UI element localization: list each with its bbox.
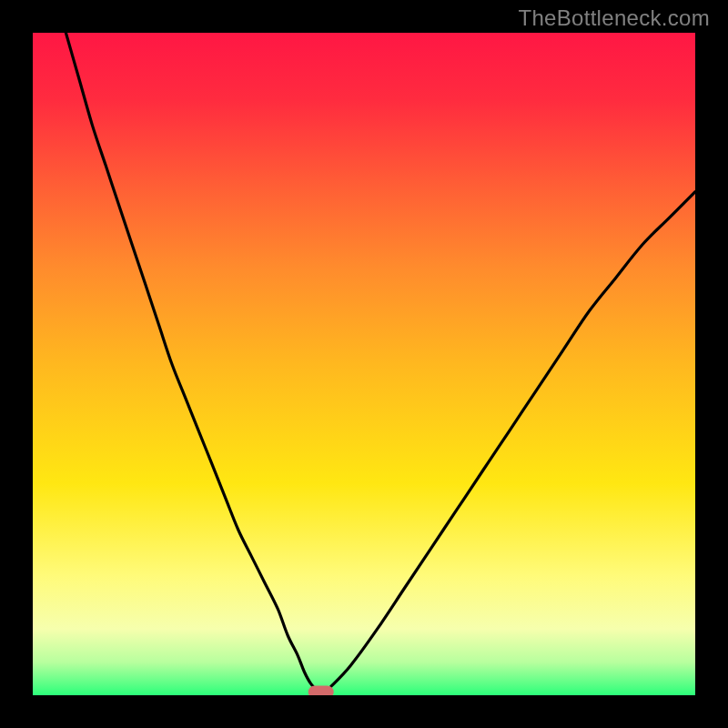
watermark-text: TheBottleneck.com xyxy=(518,5,710,31)
plot-svg xyxy=(33,33,695,695)
optimum-marker xyxy=(308,685,334,695)
chart-frame: TheBottleneck.com xyxy=(0,0,728,728)
plot-area xyxy=(33,33,695,695)
gradient-background xyxy=(33,33,695,695)
